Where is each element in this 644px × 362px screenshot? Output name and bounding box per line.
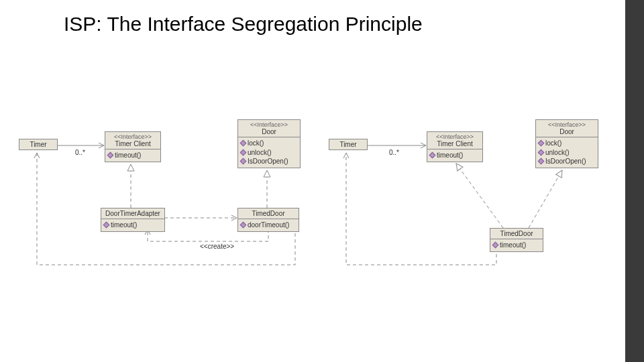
- visibility-icon: [538, 158, 545, 165]
- class-timer-right: Timer: [329, 139, 368, 150]
- connector-layer: [0, 0, 644, 362]
- multiplicity-left: 0..*: [75, 149, 85, 156]
- class-timeddoor-left: TimedDoor doorTimeout(): [237, 208, 299, 232]
- class-name: Timer: [19, 139, 57, 149]
- visibility-icon: [240, 140, 247, 147]
- class-timeddoor-right: TimedDoor timeout(): [490, 228, 543, 252]
- stereotype: <<Interface>>: [109, 133, 157, 140]
- method: unlock(): [248, 148, 272, 158]
- svg-line-6: [529, 170, 562, 228]
- class-name: TimedDoor: [238, 208, 299, 219]
- visibility-icon: [103, 222, 110, 229]
- method: lock(): [545, 139, 561, 148]
- method: IsDoorOpen(): [545, 157, 586, 166]
- class-name: Door: [539, 128, 594, 135]
- stereotype: <<Interface>>: [241, 121, 297, 128]
- page-title: ISP: The Interface Segregation Principle: [64, 12, 423, 36]
- interface-timerclient-right: <<Interface>> Timer Client timeout(): [427, 131, 483, 162]
- multiplicity-right: 0..*: [389, 149, 399, 156]
- method: timeout(): [500, 241, 526, 250]
- method: timeout(): [437, 151, 463, 160]
- create-stereotype: <<create>>: [200, 243, 234, 250]
- interface-timerclient-left: <<Interface>> Timer Client timeout(): [105, 131, 161, 162]
- method: timeout(): [111, 221, 137, 230]
- class-name: Timer Client: [109, 140, 157, 147]
- visibility-icon: [240, 222, 247, 229]
- visibility-icon: [240, 158, 247, 165]
- class-timer-left: Timer: [19, 139, 58, 150]
- class-name: Timer Client: [431, 140, 479, 147]
- visibility-icon: [492, 242, 499, 249]
- class-name: TimedDoor: [490, 229, 543, 239]
- visibility-icon: [429, 152, 436, 159]
- class-name: Timer: [329, 139, 367, 149]
- visibility-icon: [107, 152, 114, 159]
- class-name: Door: [241, 128, 297, 135]
- interface-door-left: <<Interface>> Door lock() unlock() IsDoo…: [237, 119, 301, 168]
- slide-right-accent: [625, 0, 644, 362]
- svg-line-5: [456, 164, 503, 228]
- method: doorTimeout(): [248, 221, 289, 230]
- stereotype: <<Interface>>: [539, 121, 594, 128]
- visibility-icon: [538, 140, 545, 147]
- method: IsDoorOpen(): [248, 157, 288, 166]
- visibility-icon: [538, 149, 545, 156]
- method: unlock(): [545, 148, 570, 158]
- class-name: DoorTimerAdapter: [101, 208, 164, 219]
- class-doortimeradapter: DoorTimerAdapter timeout(): [101, 208, 165, 232]
- stereotype: <<Interface>>: [431, 133, 479, 140]
- visibility-icon: [240, 149, 247, 156]
- interface-door-right: <<Interface>> Door lock() unlock() IsDoo…: [535, 119, 598, 168]
- method: lock(): [248, 139, 264, 148]
- method: timeout(): [115, 151, 141, 160]
